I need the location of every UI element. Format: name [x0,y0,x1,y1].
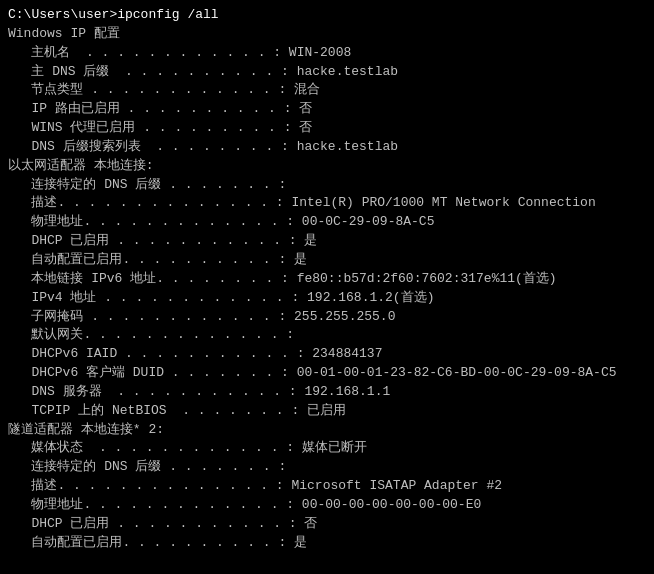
terminal-line: 默认网关. . . . . . . . . . . . . : [8,326,646,345]
terminal-line: 物理地址. . . . . . . . . . . . . : 00-0C-29… [8,213,646,232]
terminal-line: 连接特定的 DNS 后缀 . . . . . . . : [8,458,646,477]
terminal-line: WINS 代理已启用 . . . . . . . . . : 否 [8,119,646,138]
terminal-line: 本地链接 IPv6 地址. . . . . . . . : fe80::b57d… [8,270,646,289]
terminal-line: DNS 后缀搜索列表 . . . . . . . . : hacke.testl… [8,138,646,157]
terminal-line: 以太网适配器 本地连接: [8,157,646,176]
terminal-line: 描述. . . . . . . . . . . . . . : Intel(R)… [8,194,646,213]
terminal-line: 子网掩码 . . . . . . . . . . . . : 255.255.2… [8,308,646,327]
terminal-line: DHCPv6 客户端 DUID . . . . . . . : 00-01-00… [8,364,646,383]
terminal-window: C:\Users\user>ipconfig /allWindows IP 配置… [0,0,654,574]
terminal-line: 主机名 . . . . . . . . . . . . : WIN-2008 [8,44,646,63]
terminal-line: Windows IP 配置 [8,25,646,44]
terminal-line: DNS 服务器 . . . . . . . . . . . : 192.168.… [8,383,646,402]
terminal-line: DHCP 已启用 . . . . . . . . . . . : 是 [8,232,646,251]
terminal-line: IPv4 地址 . . . . . . . . . . . . : 192.16… [8,289,646,308]
terminal-line: 节点类型 . . . . . . . . . . . . : 混合 [8,81,646,100]
terminal-line: 自动配置已启用. . . . . . . . . . : 是 [8,534,646,553]
terminal-line: IP 路由已启用 . . . . . . . . . . : 否 [8,100,646,119]
terminal-line: 自动配置已启用. . . . . . . . . . : 是 [8,251,646,270]
terminal-line: DHCP 已启用 . . . . . . . . . . . : 否 [8,515,646,534]
terminal-line: 物理地址. . . . . . . . . . . . . : 00-00-00… [8,496,646,515]
terminal-line: TCPIP 上的 NetBIOS . . . . . . . : 已启用 [8,402,646,421]
terminal-line: 主 DNS 后缀 . . . . . . . . . . : hacke.tes… [8,63,646,82]
terminal-line: 隧道适配器 本地连接* 2: [8,421,646,440]
terminal-line: 连接特定的 DNS 后缀 . . . . . . . : [8,176,646,195]
terminal-line: 描述. . . . . . . . . . . . . . : Microsof… [8,477,646,496]
terminal-line: C:\Users\user>ipconfig /all [8,6,646,25]
terminal-line: 媒体状态 . . . . . . . . . . . . : 媒体已断开 [8,439,646,458]
terminal-line: DHCPv6 IAID . . . . . . . . . . . : 2348… [8,345,646,364]
